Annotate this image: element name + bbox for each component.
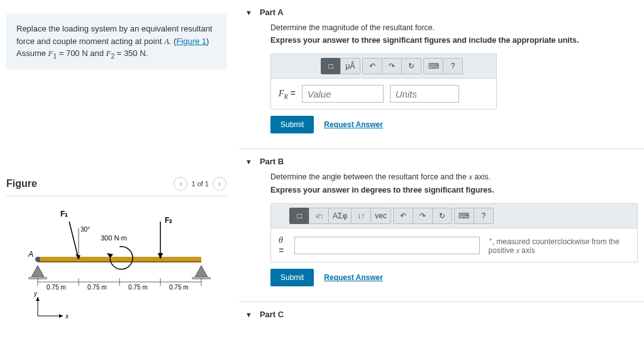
part-a-variable: FR = [279,88,296,100]
part-c-header[interactable]: ▼ Part C [239,308,644,325]
arrows-button[interactable]: ↓↑ [351,208,371,224]
part-a-title: Part A [260,8,284,17]
label-F1: F₁ [60,210,68,218]
vec-button[interactable]: vec [370,208,391,224]
dim1: 0.75 m [47,284,66,291]
axis-x: x [65,313,69,320]
template-icon[interactable]: □ [321,58,341,74]
units-symbol-button[interactable]: μÅ [340,58,360,74]
part-a-toolbar: □ μÅ ↶ ↷ ↻ ⌨ ? [271,54,496,79]
figure-diagram: A F₁ 30° 300 N·m F₂ [6,196,226,324]
part-b-prompt: Determine the angle between the resultan… [270,172,638,182]
dim2: 0.75 m [87,284,107,291]
submit-button[interactable]: Submit [270,269,314,286]
label-F2: F₂ [165,216,172,225]
dim4: 0.75 m [169,284,189,291]
part-b-toolbar: □ √□ ΑΣφ ↓↑ vec ↶ ↷ ↻ ⌨ ? [271,204,637,228]
value-input[interactable] [302,85,384,103]
submit-button[interactable]: Submit [270,116,314,133]
svg-marker-4 [195,266,208,277]
label-A: A [28,250,33,259]
figure-next-button[interactable]: › [213,177,226,191]
figure-link[interactable]: Figure 1 [176,37,206,46]
caret-down-icon: ▼ [245,311,252,318]
theta-input[interactable] [294,237,480,254]
figure-title: Figure [6,178,37,189]
request-answer-link[interactable]: Request Answer [324,273,383,282]
axis-y: y [33,290,38,297]
svg-marker-20 [59,314,63,318]
label-moment: 300 N·m [101,234,127,242]
part-a-header[interactable]: ▼ Part A [239,6,644,23]
svg-line-7 [69,222,79,259]
part-b-units-suffix: ∘, measured counterclockwise from the po… [489,235,630,256]
redo-icon[interactable]: ↷ [382,58,402,74]
part-a-format: Express your answer to three significant… [270,36,638,45]
part-b-title: Part B [260,157,284,166]
figure-prev-button[interactable]: ‹ [174,177,187,191]
svg-marker-2 [31,266,44,277]
redo-icon[interactable]: ↷ [413,208,433,224]
svg-point-6 [35,257,40,262]
figure-header: Figure ‹ 1 of 1 › [6,177,226,196]
reset-icon[interactable]: ↻ [401,58,421,74]
reset-icon[interactable]: ↻ [432,208,452,224]
request-answer-link[interactable]: Request Answer [324,120,383,129]
square-icon[interactable]: □ [289,208,309,224]
part-b-variable: θ = [279,235,288,256]
undo-icon[interactable]: ↶ [393,208,413,224]
units-input[interactable] [390,85,459,103]
undo-icon[interactable]: ↶ [362,58,382,74]
keyboard-icon[interactable]: ⌨ [423,58,443,74]
figure-counter: 1 of 1 [191,180,209,188]
help-icon[interactable]: ? [443,58,463,74]
caret-down-icon: ▼ [245,9,252,16]
part-b-header[interactable]: ▼ Part B [239,155,644,172]
root-icon[interactable]: √□ [309,208,329,224]
part-c-title: Part C [260,310,284,319]
part-b-format: Express your answer in degrees to three … [270,186,638,194]
keyboard-icon[interactable]: ⌨ [454,208,474,224]
greek-button[interactable]: ΑΣφ [328,208,352,224]
problem-statement: Replace the loading system by an equival… [6,14,226,70]
point-var: A [164,37,169,46]
caret-down-icon: ▼ [245,158,252,166]
help-icon[interactable]: ? [474,208,494,224]
svg-marker-22 [36,297,40,301]
part-a-prompt: Determine the magnitude of the resultant… [270,23,638,32]
dim3: 0.75 m [128,284,148,291]
label-angle: 30° [80,226,90,233]
